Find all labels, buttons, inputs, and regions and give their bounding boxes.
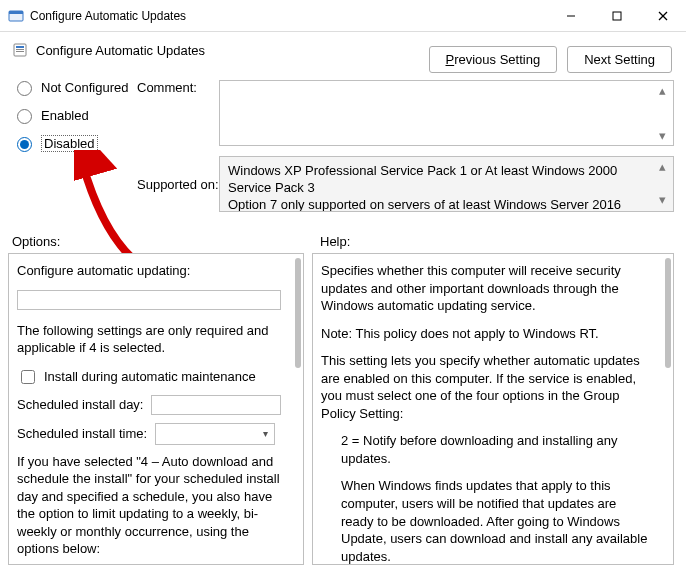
policy-icon (12, 42, 28, 58)
chk-install-maintenance[interactable]: Install during automatic maintenance (17, 367, 281, 387)
radio-not-configured-input[interactable] (17, 81, 32, 96)
comment-textarea[interactable]: ▴ ▾ (219, 80, 674, 146)
state-radio-group: Not Configured Enabled Disabled (12, 78, 128, 152)
minimize-button[interactable] (548, 0, 594, 32)
radio-disabled-label: Disabled (41, 135, 98, 152)
options-paragraph: If you have selected "4 – Auto download … (17, 453, 281, 558)
window-title: Configure Automatic Updates (30, 9, 548, 23)
help-pane: Specifies whether this computer will rec… (312, 253, 674, 565)
svg-rect-9 (16, 51, 24, 52)
radio-disabled-input[interactable] (17, 137, 32, 152)
nav-button-group: Previous Setting Next Setting (429, 46, 673, 73)
radio-enabled[interactable]: Enabled (12, 106, 128, 124)
help-p3: This setting lets you specify whether au… (321, 352, 651, 422)
app-icon (8, 8, 24, 24)
options-label: Options: (12, 234, 320, 249)
supported-on-box: Windows XP Professional Service Pack 1 o… (219, 156, 674, 212)
radio-enabled-label: Enabled (41, 108, 89, 123)
help-p4: 2 = Notify before downloading and instal… (321, 432, 651, 467)
scroll-up-icon: ▴ (659, 159, 666, 176)
sched-time-label: Scheduled install time: (17, 425, 147, 443)
svg-rect-3 (613, 12, 621, 20)
options-heading: Configure automatic updating: (17, 262, 281, 280)
svg-rect-8 (16, 49, 24, 50)
help-p1: Specifies whether this computer will rec… (321, 262, 651, 315)
scroll-up-icon: ▴ (659, 83, 666, 98)
scrollbar-thumb[interactable] (665, 258, 671, 368)
help-label: Help: (320, 234, 674, 249)
comment-label: Comment: (137, 80, 219, 95)
radio-not-configured-label: Not Configured (41, 80, 128, 95)
svg-rect-7 (16, 46, 24, 48)
configure-updating-combo[interactable] (17, 290, 281, 310)
supported-scrollbar[interactable]: ▴ ▾ (653, 159, 671, 209)
options-pane: Configure automatic updating: The follow… (8, 253, 304, 565)
titlebar: Configure Automatic Updates (0, 0, 686, 32)
section-labels: Options: Help: (0, 224, 686, 253)
help-scrollbar[interactable] (663, 258, 671, 560)
sched-time-combo[interactable]: ▾ (155, 423, 275, 445)
options-scrollbar[interactable] (293, 258, 301, 560)
scroll-down-icon: ▾ (659, 192, 666, 209)
top-config-area: Not Configured Enabled Disabled Comment:… (0, 74, 686, 224)
help-p2: Note: This policy does not apply to Wind… (321, 325, 651, 343)
sched-day-label: Scheduled install day: (17, 396, 143, 414)
chevron-down-icon: ▾ (263, 427, 268, 441)
scroll-down-icon: ▾ (659, 128, 666, 143)
help-p5: When Windows finds updates that apply to… (321, 477, 651, 565)
chk-install-maintenance-label: Install during automatic maintenance (44, 368, 256, 386)
maximize-button[interactable] (594, 0, 640, 32)
supported-on-text: Windows XP Professional Service Pack 1 o… (228, 163, 621, 212)
options-subnote: The following settings are only required… (17, 322, 281, 357)
svg-rect-1 (9, 11, 23, 14)
chk-install-maintenance-input[interactable] (21, 370, 35, 384)
radio-not-configured[interactable]: Not Configured (12, 78, 128, 96)
close-button[interactable] (640, 0, 686, 32)
supported-on-label: Supported on: (137, 177, 219, 192)
scrollbar-thumb[interactable] (295, 258, 301, 368)
panes-container: Configure automatic updating: The follow… (0, 253, 686, 565)
radio-enabled-input[interactable] (17, 109, 32, 124)
comment-scrollbar[interactable]: ▴ ▾ (653, 83, 671, 143)
previous-setting-button[interactable]: Previous Setting (429, 46, 558, 73)
radio-disabled[interactable]: Disabled (12, 134, 128, 152)
next-setting-button[interactable]: Next Setting (567, 46, 672, 73)
sched-day-combo[interactable] (151, 395, 281, 415)
